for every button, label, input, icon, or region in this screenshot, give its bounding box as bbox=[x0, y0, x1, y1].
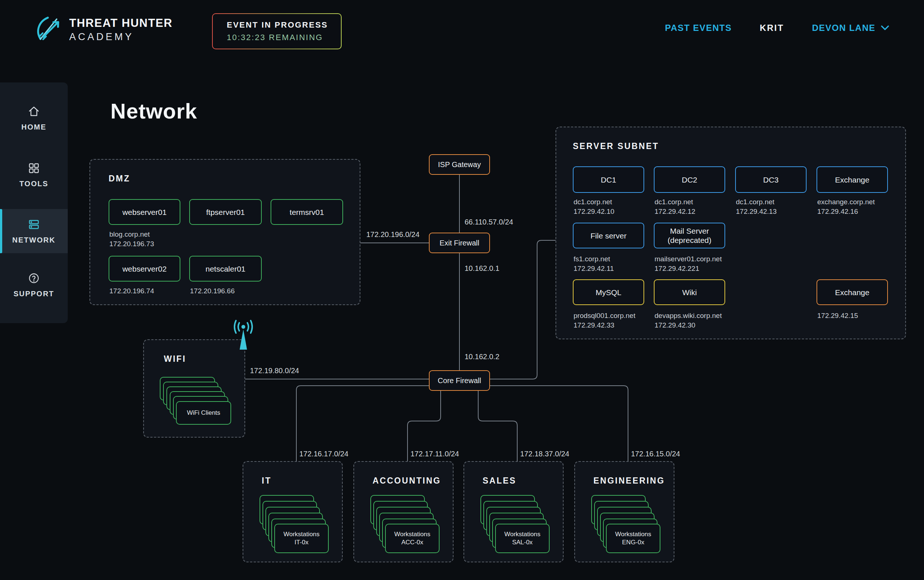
sidebar-item-label: HOME bbox=[21, 123, 46, 132]
ip-address: 172.29.42.10 bbox=[574, 207, 614, 216]
node-mail-server-deprecated[interactable]: Mail Server (deprecated) bbox=[654, 222, 725, 249]
hostname: devapps.wiki.corp.net bbox=[655, 311, 722, 321]
sidebar-item-label: NETWORK bbox=[12, 236, 55, 244]
server-subnet-zone: SERVER SUBNET DC1 DC2 DC3 Exchange dc1.c… bbox=[556, 127, 906, 339]
sales-zone-title: SALES bbox=[483, 476, 516, 486]
hostname: exchange.corp.net bbox=[817, 197, 874, 207]
link-core-to-server-subnet bbox=[490, 240, 556, 379]
sales-workstations-stack: Workstations SAL-0x bbox=[480, 495, 549, 553]
sales-zone: SALES Workstations SAL-0x bbox=[464, 461, 564, 562]
file-server-host-label: fs1.corp.net 172.29.42.11 bbox=[574, 254, 614, 274]
ip-address: 172.29.42.221 bbox=[655, 264, 722, 274]
ip-address: 172.29.42.13 bbox=[736, 207, 777, 216]
sidebar-item-network[interactable]: NETWORK bbox=[0, 209, 68, 253]
node-exchange[interactable]: Exchange bbox=[817, 166, 888, 193]
dc3-host-label: dc1.corp.net 172.29.42.13 bbox=[736, 197, 777, 216]
network-diagram: Network DMZ webserver01 ftpserver01 term… bbox=[0, 0, 924, 580]
sales-workstations-node[interactable]: Workstations SAL-0x bbox=[495, 524, 549, 553]
ip-address: 172.29.42.30 bbox=[655, 321, 722, 330]
brand-logo[interactable]: THREAT HUNTER ACADEMY bbox=[34, 14, 173, 45]
hostname: prodsql001.corp.net bbox=[574, 311, 635, 321]
node-webserver01[interactable]: webserver01 bbox=[109, 199, 180, 225]
mysql-host-label: prodsql001.corp.net 172.29.42.33 bbox=[574, 311, 635, 330]
node-mysql[interactable]: MySQL bbox=[573, 279, 644, 305]
user-menu[interactable]: DEVON LANE bbox=[812, 23, 889, 33]
core-firewall-ip-label: 10.162.0.2 bbox=[465, 353, 500, 361]
engineering-workstations-node[interactable]: Workstations ENG-0x bbox=[606, 524, 660, 553]
node-dc3[interactable]: DC3 bbox=[735, 166, 807, 193]
wifi-clients-stack: WiFi Clients bbox=[160, 377, 231, 425]
node-file-server[interactable]: File server bbox=[573, 222, 644, 249]
server-icon bbox=[28, 218, 40, 231]
sales-subnet-label: 172.18.37.0/24 bbox=[520, 450, 569, 458]
wiki-host-label: devapps.wiki.corp.net 172.29.42.30 bbox=[655, 311, 722, 330]
node-wiki[interactable]: Wiki bbox=[654, 279, 725, 305]
workstations-label: Workstations bbox=[284, 530, 320, 539]
ip-address: 172.29.42.16 bbox=[817, 207, 874, 216]
bow-arrow-logo-icon bbox=[34, 14, 63, 45]
hostname: fs1.corp.net bbox=[574, 254, 614, 264]
engineering-zone: ENGINEERING Workstations ENG-0x bbox=[574, 461, 675, 562]
it-subnet-label: 172.16.17.0/24 bbox=[299, 450, 348, 458]
hostname: blog.corp.net bbox=[109, 230, 154, 239]
link-core-to-sales bbox=[478, 391, 517, 461]
sidebar-item-tools[interactable]: TOOLS bbox=[0, 162, 68, 188]
dmz-zone-title: DMZ bbox=[109, 174, 130, 184]
brand-name: THREAT HUNTER bbox=[69, 16, 173, 30]
nav-krit[interactable]: KRIT bbox=[760, 23, 784, 33]
node-ftpserver01[interactable]: ftpserver01 bbox=[189, 199, 262, 225]
hostname: dc1.corp.net bbox=[574, 197, 614, 207]
node-webserver02[interactable]: webserver02 bbox=[109, 256, 180, 282]
nav-past-events[interactable]: PAST EVENTS bbox=[665, 23, 731, 33]
event-badge-inner: EVENT IN PROGRESS 10:32:23 REMAINING bbox=[213, 14, 341, 49]
dmz-link-subnet-label: 172.20.196.0/24 bbox=[366, 231, 420, 239]
accounting-workstations-stack: Workstations ACC-0x bbox=[370, 495, 439, 553]
wifi-clients-node[interactable]: WiFi Clients bbox=[176, 401, 231, 425]
hostname: dc1.corp.net bbox=[655, 197, 695, 207]
wifi-zone-title: WIFI bbox=[164, 354, 186, 364]
sidebar-item-home[interactable]: HOME bbox=[0, 105, 68, 132]
server-subnet-title: SERVER SUBNET bbox=[573, 141, 659, 151]
it-workstations-stack: Workstations IT-0x bbox=[259, 495, 329, 553]
brand-subname: ACADEMY bbox=[69, 31, 173, 43]
event-status-text: EVENT IN PROGRESS bbox=[227, 20, 341, 30]
accounting-zone-title: ACCOUNTING bbox=[373, 476, 441, 486]
it-workstations-node[interactable]: Workstations IT-0x bbox=[274, 524, 329, 553]
node-netscaler01[interactable]: netscaler01 bbox=[189, 256, 262, 282]
help-icon bbox=[28, 272, 40, 285]
dc2-host-label: dc1.corp.net 172.29.42.12 bbox=[655, 197, 695, 216]
it-zone-title: IT bbox=[262, 476, 271, 486]
dmz-zone: DMZ webserver01 ftpserver01 termsrv01 bl… bbox=[89, 159, 360, 305]
accounting-workstations-node[interactable]: Workstations ACC-0x bbox=[385, 524, 439, 553]
grid-icon bbox=[28, 162, 40, 175]
workstations-range: ENG-0x bbox=[622, 539, 644, 547]
wifi-antenna-icon bbox=[232, 320, 255, 353]
ip-address: 172.29.42.11 bbox=[574, 264, 614, 274]
node-exit-firewall[interactable]: Exit Firewall bbox=[429, 232, 490, 253]
hostname: dc1.corp.net bbox=[736, 197, 777, 207]
node-exchange-2[interactable]: Exchange bbox=[817, 279, 888, 305]
chevron-down-icon bbox=[881, 25, 889, 31]
workstations-label: Workstations bbox=[394, 530, 430, 539]
workstations-range: SAL-0x bbox=[512, 539, 533, 547]
ip-address: 172.20.196.73 bbox=[109, 239, 154, 249]
workstations-range: IT-0x bbox=[294, 539, 309, 547]
wifi-subnet-label: 172.19.80.0/24 bbox=[250, 367, 299, 375]
ip-address: 172.29.42.12 bbox=[655, 207, 695, 216]
sidebar-item-support[interactable]: SUPPORT bbox=[0, 272, 68, 298]
top-nav: PAST EVENTS KRIT DEVON LANE bbox=[665, 23, 889, 33]
node-dc2[interactable]: DC2 bbox=[654, 166, 725, 193]
node-dc1[interactable]: DC1 bbox=[573, 166, 644, 193]
accounting-subnet-label: 172.17.11.0/24 bbox=[411, 450, 459, 458]
exchange-host-label: exchange.corp.net 172.29.42.16 bbox=[817, 197, 874, 216]
node-isp-gateway[interactable]: ISP Gateway bbox=[429, 154, 490, 175]
node-core-firewall[interactable]: Core Firewall bbox=[429, 370, 490, 391]
sidebar: HOME TOOLS NETWORK SUPPORT bbox=[0, 82, 68, 323]
node-termsrv01[interactable]: termsrv01 bbox=[271, 199, 343, 225]
it-zone: IT Workstations IT-0x bbox=[243, 461, 343, 562]
brand-text: THREAT HUNTER ACADEMY bbox=[69, 16, 173, 43]
ip-address: 172.29.42.33 bbox=[574, 321, 635, 330]
exchange-2-ip-label: 172.29.42.15 bbox=[817, 311, 858, 321]
workstations-label: Workstations bbox=[615, 530, 651, 539]
workstations-range: ACC-0x bbox=[401, 539, 423, 547]
